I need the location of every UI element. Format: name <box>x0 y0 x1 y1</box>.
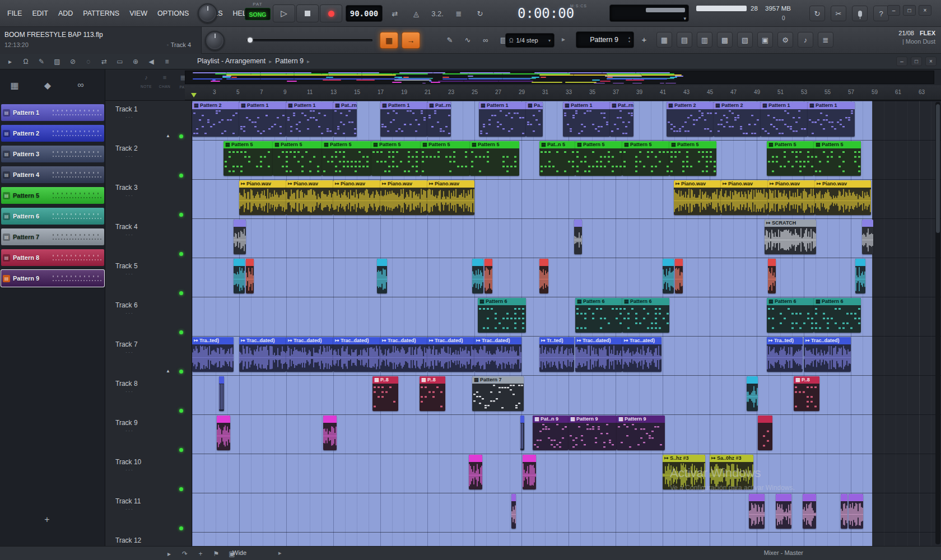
clip-pa-1[interactable]: ▤ Pa..1 <box>526 102 543 137</box>
menu-options[interactable]: OPTIONS <box>152 0 194 27</box>
marker-flag-icon[interactable]: ⚑ <box>211 548 222 559</box>
clip-trac-dated-[interactable]: ↦ Trac..dated) <box>804 337 851 372</box>
clip-pattern-2[interactable]: ▤ Pattern 2 <box>714 102 761 137</box>
pattern-list-item-4[interactable]: ▤Pattern 4 <box>1 166 104 183</box>
clip-pattern-9[interactable]: ▤ Pattern 9 <box>569 416 617 450</box>
clip-thinblue[interactable] <box>219 376 224 411</box>
clip-pattern-5[interactable]: ▤ Pattern 5 <box>470 141 519 176</box>
clip-piano-wav[interactable]: ↦ Piano.wav <box>721 180 768 215</box>
slip-icon[interactable]: ∿ <box>460 33 475 46</box>
clip-pattern-1[interactable]: ▤ Pattern 1 <box>563 102 610 137</box>
track-name-2[interactable]: Track 2 <box>115 144 138 152</box>
clip-pattern-5[interactable]: ▤ Pattern 5 <box>371 141 421 176</box>
clip-purpsm[interactable] <box>511 494 516 529</box>
track-name-12[interactable]: Track 12 <box>115 536 141 544</box>
clip-pattern-2[interactable]: ▤ Pattern 2 <box>667 102 714 137</box>
typing-keyboard-icon[interactable]: ≣ <box>451 7 466 20</box>
track-record-arm[interactable] <box>179 134 183 138</box>
clip-purpsm[interactable] <box>749 494 765 529</box>
clip-redwav[interactable] <box>675 259 683 293</box>
clip-pattern-1[interactable]: ▤ Pattern 1 <box>761 102 808 137</box>
clip-pattern-1[interactable]: ▤ Pattern 1 <box>479 102 526 137</box>
pattern-list-item-6[interactable]: ▤Pattern 6 <box>1 208 104 225</box>
draw-icon[interactable]: ✎ <box>442 33 457 46</box>
clip-pattern-5[interactable]: ▤ Pattern 5 <box>669 141 716 176</box>
timeline-ruler[interactable]: 3579111315171921232527293133353739414345… <box>185 85 941 100</box>
playlist-crumb[interactable]: Pattern 9 <box>275 57 304 65</box>
pattern-nav-arrow[interactable]: ▸ <box>562 35 565 43</box>
clipboard-icon[interactable]: ▣ <box>757 32 773 48</box>
track-name-10[interactable]: Track 10 <box>115 458 141 466</box>
pattern-list-item-1[interactable]: ▤Pattern 1 <box>1 104 104 121</box>
audio-picker-icon[interactable]: ◆ <box>41 78 54 92</box>
track-record-arm[interactable] <box>179 252 183 256</box>
add-pattern-button[interactable]: + <box>639 34 650 45</box>
clip-piano-wav[interactable]: ↦ Piano.wav <box>333 180 380 215</box>
stop-button[interactable] <box>296 4 319 22</box>
clip-piano-wav[interactable]: ↦ Piano.wav <box>286 180 333 215</box>
clip-thinblue[interactable] <box>520 416 524 450</box>
zoom-preset-label[interactable]: Wide <box>232 549 246 556</box>
pattern-add-button[interactable]: + <box>40 513 54 526</box>
loop-icon[interactable]: ↷ <box>179 548 190 559</box>
clip-pat-rn-1[interactable]: ▤ Pat..rn 1 <box>427 102 451 137</box>
track-name-3[interactable]: Track 3 <box>115 184 138 192</box>
clip-pattern-1[interactable]: ▤ Pattern 1 <box>808 102 855 137</box>
add-marker-icon[interactable]: + <box>195 548 206 559</box>
clip-mag[interactable] <box>323 416 337 450</box>
scissors-icon[interactable]: ✂ <box>831 6 846 21</box>
clip-trac-dated-[interactable]: ↦ Trac..dated) <box>427 337 474 372</box>
clip-piano-wav[interactable]: ↦ Piano.wav <box>815 180 871 215</box>
clip-piano-wav[interactable]: ↦ Piano.wav <box>380 180 427 215</box>
help-icon[interactable]: ? <box>873 6 889 21</box>
clip-cyan[interactable] <box>663 259 674 293</box>
record-button[interactable] <box>320 4 342 22</box>
track-record-arm[interactable] <box>179 370 183 374</box>
playhead-marker[interactable] <box>191 93 197 97</box>
clip-purpsm[interactable] <box>803 494 816 529</box>
clip-mag[interactable] <box>469 455 482 489</box>
menu-patterns[interactable]: PATTERNS <box>78 0 124 27</box>
clip-purpsm[interactable] <box>849 494 863 529</box>
playlist-maximize-button[interactable]: □ <box>911 57 922 66</box>
slider-handle[interactable] <box>248 38 253 43</box>
menu-view[interactable]: VIEW <box>124 0 152 27</box>
clip-pattern-1[interactable]: ▤ Pattern 1 <box>239 102 286 137</box>
clip-p-8[interactable]: ▤ P..8 <box>372 376 398 411</box>
clip-trac-dated-[interactable]: ↦ Trac..dated) <box>239 337 286 372</box>
track-fold-arrow[interactable]: ▲ <box>166 133 170 138</box>
clip-pattern-5[interactable]: ▤ Pattern 5 <box>622 141 669 176</box>
draw-tool-icon[interactable]: ✎ <box>36 56 47 67</box>
clip-pattern-1[interactable]: ▤ Pattern 1 <box>380 102 427 137</box>
clip-p8[interactable] <box>758 416 772 450</box>
track-record-arm[interactable] <box>179 213 183 217</box>
vertical-scrollbar[interactable] <box>935 102 940 544</box>
patterns-picker-icon[interactable]: ▦ <box>8 78 21 92</box>
clip-tra-ted-[interactable]: ↦ Tra..ted) <box>192 337 234 372</box>
scrollbar-handle[interactable] <box>936 104 940 233</box>
cpu-meter-bar[interactable] <box>646 8 685 12</box>
pattern-selector[interactable]: Pattern 9 ▴ ▾ <box>576 31 634 48</box>
track-record-arm[interactable] <box>179 409 183 413</box>
clip-scratch[interactable]: ↦ SCRATCH <box>765 220 816 254</box>
main-pitch-knob[interactable] <box>205 31 225 50</box>
link-icon[interactable]: ∞ <box>478 33 493 46</box>
note-toggle[interactable]: ♪NOTE <box>138 74 155 88</box>
clip-piano-wav[interactable]: ↦ Piano.wav <box>239 180 286 215</box>
pattern-list-item-5[interactable]: ▤Pattern 5 <box>1 187 104 204</box>
delete-tool-icon[interactable]: ⊘ <box>67 56 78 67</box>
track-record-arm[interactable] <box>179 174 183 178</box>
menu-edit[interactable]: EDIT <box>27 0 53 27</box>
cpu-panel[interactable]: ▾ <box>609 4 689 22</box>
clip-pattern-5[interactable]: ▤ Pattern 5 <box>223 141 273 176</box>
clip-trac-dated-[interactable]: ↦ Trac..dated) <box>474 337 521 372</box>
playlist-grid[interactable]: ▤ Pattern 2▤ Pattern 1▤ Pattern 1▤ Pat..… <box>192 101 941 546</box>
autosave-icon[interactable]: ↻ <box>809 6 825 21</box>
track-name-7[interactable]: Track 7 <box>115 340 138 348</box>
clip-pattern-6[interactable]: ▤ Pattern 6 <box>814 298 861 333</box>
song-mode-button[interactable]: SONG <box>245 8 271 20</box>
playlist-button[interactable]: ▦ <box>656 32 672 48</box>
detach-icon[interactable]: ▸ <box>4 56 16 67</box>
track-name-11[interactable]: Track 11 <box>115 497 141 505</box>
clip-cyan[interactable] <box>855 259 865 293</box>
